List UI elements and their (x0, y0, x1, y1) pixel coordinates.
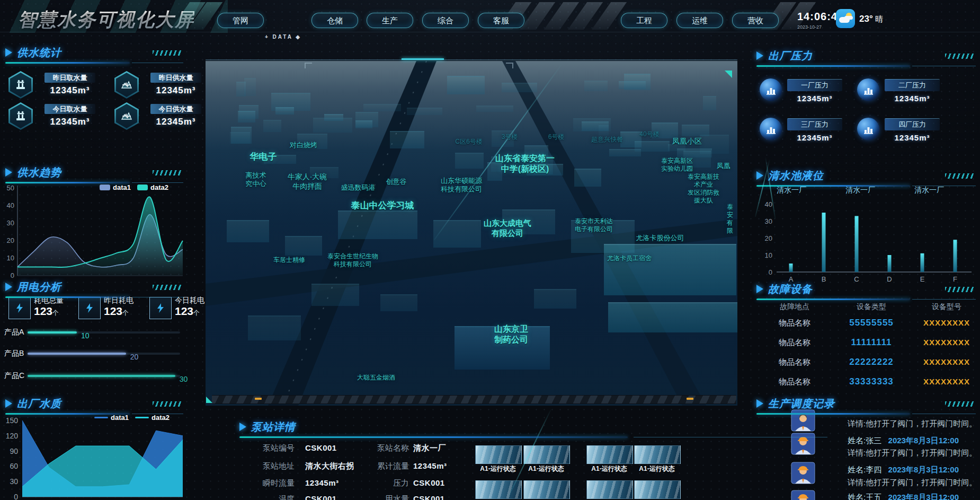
dispatch-name: 姓名:张三 (848, 436, 881, 446)
pressure-label: 一厂压力 (787, 79, 842, 91)
svg-text:10: 10 (7, 254, 14, 262)
nav-tab-生产[interactable]: 生产 (367, 13, 413, 28)
fault-type: 33333333 (849, 376, 894, 387)
dispatch-name: 姓名:李四 (848, 465, 881, 475)
product-bar-fill (28, 353, 126, 355)
panel-arrow-icon (239, 423, 246, 431)
fault-model: XXXXXXXX (923, 357, 970, 366)
map-label: 凤凰小区 (672, 137, 702, 146)
power-unit: 个 (52, 309, 59, 317)
map-building (236, 82, 246, 97)
nav-tab-运维[interactable]: 运维 (676, 13, 723, 28)
nav-tab-仓储[interactable]: 仓储 (311, 13, 358, 28)
map-label: C区6号楼 (455, 138, 482, 146)
svg-text:0: 0 (11, 271, 14, 279)
legend-swatch (135, 417, 149, 418)
product-bar-value: 30 (180, 375, 188, 383)
nav-tab-综合[interactable]: 综合 (422, 13, 469, 28)
legend-item: data2 (135, 414, 170, 422)
panel-pump-title: 泵站详情 (239, 420, 827, 438)
camera-video-thumb[interactable] (634, 445, 681, 464)
power-value: 123 (175, 305, 193, 317)
pressure-label: 四厂压力 (885, 118, 940, 130)
svg-text:30: 30 (765, 217, 772, 225)
map-building (285, 236, 322, 256)
panel-decor-icon (945, 401, 975, 407)
fault-type: 55555555 (849, 318, 894, 328)
nav-tab-客服[interactable]: 客服 (478, 13, 524, 28)
product-bar-label: 产品B (4, 349, 24, 358)
svg-text:20: 20 (7, 236, 14, 244)
panel-decor-icon (945, 287, 975, 292)
map-label: 泰安 有限 (726, 203, 734, 235)
camera-video-thumb[interactable] (586, 445, 633, 464)
stat-label: 今日取水量 (44, 104, 95, 114)
panel-arrow-icon (756, 171, 763, 180)
fault-place: 物品名称 (779, 377, 810, 387)
panel-water-stats-title: 供水统计 (5, 46, 183, 64)
stat-value: 12345m³ (44, 117, 95, 127)
worker-avatar (791, 490, 815, 500)
svg-text:150: 150 (6, 416, 19, 425)
frame-bracket-icon (305, 63, 312, 68)
supply-trend-chart: 50403020100 (0, 179, 185, 285)
map-label: 牛家人·大碗 牛肉拌面 (288, 172, 327, 191)
panel-arrow-icon (5, 283, 12, 291)
map-building (433, 220, 481, 248)
nav-tab-工程[interactable]: 工程 (621, 13, 667, 28)
map-label: 尤洛卡员工宿舍 (607, 255, 652, 262)
product-bar-value: 20 (130, 353, 139, 361)
map-building (703, 96, 716, 110)
panel-title: 出厂压力 (768, 49, 813, 63)
pump-field-label: 累计流量 (345, 461, 409, 471)
pump-field-value: 清水一厂 (413, 443, 446, 453)
camera-video-thumb[interactable] (634, 480, 681, 499)
map-building (311, 284, 359, 306)
camera-video-thumb[interactable] (523, 445, 570, 464)
map-label: 盛迅数码港 (341, 183, 376, 192)
svg-text:40: 40 (7, 201, 14, 209)
map-label: 离技术 究中心 (246, 171, 266, 189)
camera-video-thumb[interactable] (475, 445, 522, 464)
legend-label: data2 (152, 414, 170, 422)
pressure-value: 12345m³ (885, 133, 940, 142)
panel-title: 出厂水质 (17, 397, 61, 411)
map-label: 大聪五金烟酒 (357, 374, 395, 382)
worker-avatar (791, 462, 815, 484)
map-building (363, 104, 401, 111)
quality-legend: data1data2 (94, 414, 170, 422)
camera-video-caption: A1-运行状态 (634, 464, 680, 473)
stat-value: 12345m³ (150, 117, 201, 127)
fault-col-header: 故障地点 (780, 302, 809, 312)
map-label: 创意谷 (386, 178, 407, 186)
svg-text:30: 30 (10, 477, 18, 486)
nav-tab-营收[interactable]: 营收 (732, 13, 779, 28)
product-bar-label: 产品A (4, 328, 24, 337)
map-building (275, 107, 294, 115)
map-label: 山东大成电气 有限公司 (484, 218, 531, 239)
pump-field-value: 12345m³ (413, 461, 447, 470)
map-label: 40号楼 (639, 130, 659, 138)
city-3d-map[interactable]: 华电子对白烧烤离技术 究中心牛家人·大碗 牛肉拌面盛迅数码港创意谷泰山中公学习城… (206, 61, 737, 406)
pump-icon (8, 102, 33, 130)
svg-text:120: 120 (6, 432, 19, 440)
power-stat-value: 123个 (104, 305, 129, 318)
panel-arrow-icon (756, 399, 763, 408)
pump-field-label: 泵站地址 (231, 461, 295, 471)
map-building (476, 106, 514, 112)
svg-text:0: 0 (769, 268, 772, 276)
power-bolt-icon (78, 297, 101, 319)
water-supply-icon (114, 71, 139, 99)
panel-decor-icon (153, 285, 182, 290)
nav-tab-管网[interactable]: 管网 (217, 13, 264, 28)
pump-field-label: 用水量 (345, 494, 409, 500)
camera-video-thumb[interactable] (586, 480, 633, 499)
dispatch-name: 姓名:王五 (848, 493, 881, 500)
camera-video-thumb[interactable] (523, 480, 570, 499)
pump-field-label: 泵站编号 (231, 443, 295, 453)
trend-legend: data1data2 (100, 183, 168, 191)
camera-video-caption: A1-运行状态 (523, 464, 569, 473)
header-divider (0, 32, 980, 32)
map-building (230, 132, 250, 144)
fault-place: 物品名称 (779, 338, 810, 348)
